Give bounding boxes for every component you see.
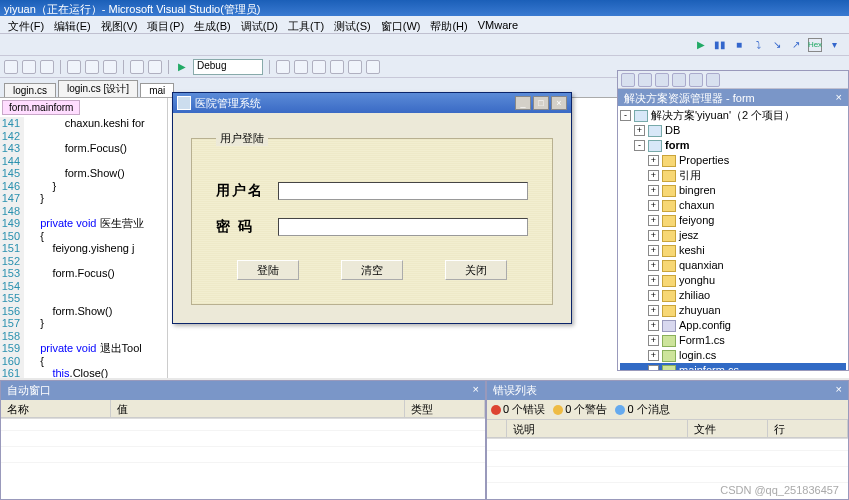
errorlist-close-icon[interactable]: ×: [836, 383, 842, 398]
menu-item[interactable]: 文件(F): [4, 18, 48, 31]
tree-project[interactable]: -form: [620, 138, 846, 153]
start-icon[interactable]: ▶: [175, 60, 189, 74]
column-header[interactable]: 行: [768, 420, 848, 437]
clear-button[interactable]: 清空: [341, 260, 403, 280]
maximize-icon[interactable]: □: [533, 96, 549, 110]
tree-project[interactable]: +DB: [620, 123, 846, 138]
tool-icon-5[interactable]: [348, 60, 362, 74]
column-header[interactable]: 说明: [507, 420, 688, 437]
column-header[interactable]: 值: [111, 400, 405, 417]
pause-icon[interactable]: ▮▮: [713, 38, 727, 52]
menu-item[interactable]: 测试(S): [330, 18, 375, 31]
redo-icon[interactable]: [148, 60, 162, 74]
se-tool-3[interactable]: [655, 73, 669, 87]
error-list-title: 错误列表: [493, 383, 537, 398]
dialog-title: 医院管理系统: [195, 96, 261, 111]
menu-item[interactable]: VMware: [474, 18, 522, 31]
minimize-icon[interactable]: _: [515, 96, 531, 110]
menu-item[interactable]: 项目(P): [143, 18, 188, 31]
se-tool-2[interactable]: [638, 73, 652, 87]
document-tab[interactable]: mai: [140, 83, 174, 97]
stop-icon[interactable]: ■: [732, 38, 746, 52]
autos-close-icon[interactable]: ×: [473, 383, 479, 398]
menu-item[interactable]: 工具(T): [284, 18, 328, 31]
menu-item[interactable]: 调试(D): [237, 18, 282, 31]
se-tool-6[interactable]: [706, 73, 720, 87]
solution-panel-title: 解决方案资源管理器 - form ×: [618, 89, 848, 106]
menu-item[interactable]: 生成(B): [190, 18, 235, 31]
autos-grid[interactable]: [1, 418, 485, 478]
undo-icon[interactable]: [130, 60, 144, 74]
tree-item[interactable]: +keshi: [620, 243, 846, 258]
tree-item[interactable]: +chaxun: [620, 198, 846, 213]
close-button[interactable]: 关闭: [445, 260, 507, 280]
copy-icon[interactable]: [85, 60, 99, 74]
se-tool-1[interactable]: [621, 73, 635, 87]
debug-toolbar: ▶ ▮▮ ■ ⤵ ↘ ↗ Hex ▾: [0, 34, 849, 56]
menu-item[interactable]: 窗口(W): [377, 18, 425, 31]
solution-explorer: 解决方案资源管理器 - form × -解决方案'yiyuan'（2 个项目）+…: [617, 70, 849, 371]
tool-icon-6[interactable]: [366, 60, 380, 74]
step-out-icon[interactable]: ↗: [789, 38, 803, 52]
tree-item[interactable]: +引用: [620, 168, 846, 183]
close-icon[interactable]: ×: [551, 96, 567, 110]
tree-item[interactable]: +feiyong: [620, 213, 846, 228]
panel-close-icon[interactable]: ×: [836, 91, 842, 104]
tool-icon-3[interactable]: [312, 60, 326, 74]
bottom-panels: 自动窗口× 名称值类型 错误列表× 0 个错误0 个警告0 个消息 说明文件行: [0, 380, 849, 500]
save-icon[interactable]: [40, 60, 54, 74]
tree-item[interactable]: +quanxian: [620, 258, 846, 273]
error-list-window: 错误列表× 0 个错误0 个警告0 个消息 说明文件行: [486, 380, 849, 500]
tree-item[interactable]: -mainform.cs: [620, 363, 846, 370]
tool-icon-2[interactable]: [294, 60, 308, 74]
error-filter-tab[interactable]: 0 个错误: [491, 402, 545, 417]
config-dropdown[interactable]: Debug: [193, 59, 263, 75]
hex-icon[interactable]: Hex: [808, 38, 822, 52]
tool-icon-4[interactable]: [330, 60, 344, 74]
document-tab[interactable]: login.cs [设计]: [58, 80, 138, 97]
error-filter-tab[interactable]: 0 个警告: [553, 402, 607, 417]
tree-item[interactable]: +zhuyuan: [620, 303, 846, 318]
column-header[interactable]: 文件: [688, 420, 768, 437]
tree-item[interactable]: +Properties: [620, 153, 846, 168]
open-icon[interactable]: [22, 60, 36, 74]
se-tool-4[interactable]: [672, 73, 686, 87]
se-tool-5[interactable]: [689, 73, 703, 87]
login-button[interactable]: 登陆: [237, 260, 299, 280]
tree-item[interactable]: +bingren: [620, 183, 846, 198]
menu-item[interactable]: 视图(V): [97, 18, 142, 31]
column-header[interactable]: 类型: [405, 400, 485, 417]
tree-item[interactable]: +zhiliao: [620, 288, 846, 303]
password-label: 密 码: [216, 218, 278, 236]
class-dropdown[interactable]: form.mainform: [2, 100, 80, 115]
windows-icon[interactable]: ▾: [827, 38, 841, 52]
username-input[interactable]: [278, 182, 528, 200]
continue-icon[interactable]: ▶: [694, 38, 708, 52]
document-tab[interactable]: login.cs: [4, 83, 56, 97]
tree-item[interactable]: +Form1.cs: [620, 333, 846, 348]
tree-item[interactable]: +jesz: [620, 228, 846, 243]
autos-window: 自动窗口× 名称值类型: [0, 380, 486, 500]
tree-item[interactable]: +login.cs: [620, 348, 846, 363]
error-filter-tab[interactable]: 0 个消息: [615, 402, 669, 417]
menu-item[interactable]: 编辑(E): [50, 18, 95, 31]
code-editor[interactable]: form.mainform 141 chaxun.keshi for142143…: [0, 98, 168, 378]
column-header[interactable]: 名称: [1, 400, 111, 417]
step-over-icon[interactable]: ⤵: [751, 38, 765, 52]
solution-tree[interactable]: -解决方案'yiyuan'（2 个项目）+DB-form+Properties+…: [618, 106, 848, 370]
new-icon[interactable]: [4, 60, 18, 74]
tree-item[interactable]: +App.config: [620, 318, 846, 333]
paste-icon[interactable]: [103, 60, 117, 74]
dialog-title-bar[interactable]: 医院管理系统 _ □ ×: [173, 93, 571, 113]
username-label: 用户名: [216, 182, 278, 200]
step-into-icon[interactable]: ↘: [770, 38, 784, 52]
tree-item[interactable]: +yonghu: [620, 273, 846, 288]
cut-icon[interactable]: [67, 60, 81, 74]
tree-root[interactable]: -解决方案'yiyuan'（2 个项目）: [620, 108, 846, 123]
password-input[interactable]: [278, 218, 528, 236]
watermark: CSDN @qq_251836457: [720, 484, 839, 496]
column-header[interactable]: [487, 420, 507, 437]
menu-item[interactable]: 帮助(H): [426, 18, 471, 31]
app-title-bar: yiyuan（正在运行）- Microsoft Visual Studio(管理…: [0, 0, 849, 16]
tool-icon-1[interactable]: [276, 60, 290, 74]
